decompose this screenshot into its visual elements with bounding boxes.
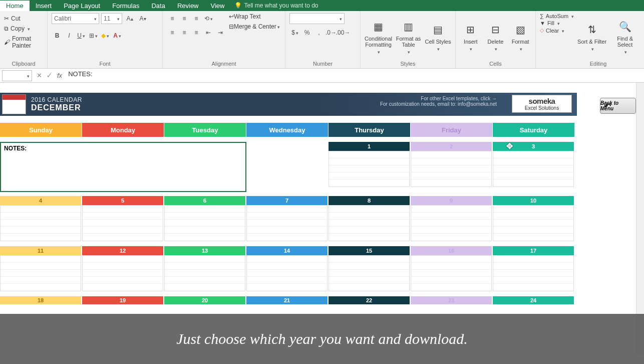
merge-label: Merge & Center bbox=[234, 23, 276, 30]
cal-cell-dec-20[interactable]: 20 bbox=[164, 296, 246, 305]
autosum-button[interactable]: ∑AutoSum bbox=[540, 13, 574, 19]
tab-view[interactable]: View bbox=[205, 1, 231, 11]
cal-cell-dec-10[interactable]: 10 bbox=[493, 196, 575, 242]
decrease-font-button[interactable]: A▾ bbox=[137, 13, 148, 24]
cal-cell-dec-1[interactable]: 1 bbox=[329, 142, 411, 192]
find-select-button[interactable]: 🔍Find & Select bbox=[610, 13, 640, 60]
group-alignment: ≡ ≡ ≡ ⟲ ≡ ≡ ≡ ⇤ ⇥ ↩Wrap Text ⊟Merge & Ce… bbox=[163, 11, 285, 68]
fill-button[interactable]: ▼Fill bbox=[540, 20, 574, 26]
cal-cell-dec-11[interactable]: 11 bbox=[0, 246, 82, 292]
notes-cell[interactable]: NOTES: bbox=[0, 142, 246, 192]
cal-cell-dec-19[interactable]: 19 bbox=[82, 296, 164, 305]
font-size-select[interactable]: 11 bbox=[101, 13, 122, 24]
number-format-select[interactable] bbox=[289, 13, 345, 24]
comma-button[interactable]: , bbox=[313, 27, 325, 38]
cal-cell-dec-18[interactable]: 18 bbox=[0, 296, 82, 305]
calendar-week-3: 11 12 13 14 15 16 17 bbox=[0, 246, 577, 292]
italic-button[interactable]: I bbox=[64, 30, 75, 41]
tab-home[interactable]: Home bbox=[0, 1, 30, 11]
sort-filter-button[interactable]: ⇅Sort & Filter bbox=[577, 13, 607, 60]
brush-icon: 🖌 bbox=[4, 39, 10, 46]
accept-formula-button[interactable]: ✓ bbox=[44, 70, 54, 81]
someka-logo[interactable]: someka Excel Solutions bbox=[512, 95, 572, 113]
border-button[interactable]: ⊞ bbox=[88, 30, 99, 41]
cal-cell-dec-15[interactable]: 15 bbox=[329, 246, 411, 292]
date-number: 15 bbox=[329, 246, 410, 255]
calendar-month: DECEMBER bbox=[31, 103, 82, 112]
formula-input[interactable]: NOTES: bbox=[65, 70, 644, 81]
cal-cell-dec-9[interactable]: 9 bbox=[411, 196, 493, 242]
clear-button[interactable]: ◇Clear bbox=[540, 27, 574, 34]
cal-cell-dec-21[interactable]: 21 bbox=[246, 296, 329, 305]
fill-color-button[interactable]: ◆ bbox=[100, 30, 111, 41]
align-left-button[interactable]: ≡ bbox=[167, 27, 178, 38]
cal-cell-dec-8[interactable]: 8 bbox=[329, 196, 411, 242]
merge-center-button[interactable]: ⊟Merge & Center bbox=[229, 23, 280, 30]
header-links: For other Excel templates, click → For c… bbox=[380, 96, 497, 107]
decrease-decimal-button[interactable]: .00→ bbox=[338, 27, 349, 38]
day-headers-row: Sunday Monday Tuesday Wednesday Thursday… bbox=[0, 123, 577, 137]
orientation-button[interactable]: ⟲ bbox=[203, 13, 214, 24]
cal-cell-dec-7[interactable]: 7 bbox=[246, 196, 329, 242]
tell-me[interactable]: 💡Tell me what you want to do bbox=[230, 2, 318, 9]
tab-review[interactable]: Review bbox=[171, 1, 205, 11]
align-top-button[interactable]: ≡ bbox=[167, 13, 178, 24]
cal-cell-dec-24[interactable]: 24 bbox=[493, 296, 575, 305]
cal-cell-dec-13[interactable]: 13 bbox=[164, 246, 246, 292]
tab-insert[interactable]: Insert bbox=[30, 1, 58, 11]
bold-button[interactable]: B bbox=[52, 30, 63, 41]
tab-page-layout[interactable]: Page Layout bbox=[58, 1, 106, 11]
cut-button[interactable]: ✂Cut bbox=[4, 15, 43, 22]
name-box[interactable] bbox=[2, 70, 32, 81]
eraser-icon: ◇ bbox=[540, 27, 544, 34]
wrap-icon: ↩ bbox=[229, 13, 234, 20]
increase-decimal-button[interactable]: .0→ bbox=[326, 27, 337, 38]
font-name-value: Calibri bbox=[54, 15, 71, 22]
align-center-button[interactable]: ≡ bbox=[179, 27, 190, 38]
increase-indent-button[interactable]: ⇥ bbox=[215, 27, 226, 38]
day-header-wednesday: Wednesday bbox=[246, 123, 329, 137]
cal-cell-dec-14[interactable]: 14 bbox=[246, 246, 329, 292]
painter-label: Format Painter bbox=[12, 35, 43, 49]
underline-button[interactable]: U bbox=[76, 30, 87, 41]
align-middle-button[interactable]: ≡ bbox=[179, 13, 190, 24]
group-clipboard: ✂Cut ⧉Copy 🖌Format Painter Clipboard bbox=[0, 11, 48, 68]
cell-styles-button[interactable]: ▤Cell Styles bbox=[425, 13, 451, 60]
currency-button[interactable]: $ bbox=[289, 27, 300, 38]
font-color-button[interactable]: A bbox=[112, 30, 123, 41]
tab-data[interactable]: Data bbox=[145, 1, 171, 11]
font-name-select[interactable]: Calibri bbox=[52, 13, 99, 24]
cut-label: Cut bbox=[11, 15, 21, 22]
format-cells-button[interactable]: ▧Format bbox=[509, 13, 531, 60]
cal-cell-dec-5[interactable]: 5 bbox=[82, 196, 164, 242]
cal-cell-dec-22[interactable]: 22 bbox=[329, 296, 411, 305]
delete-cells-button[interactable]: ⊟Delete bbox=[485, 13, 507, 60]
percent-button[interactable]: % bbox=[301, 27, 312, 38]
back-to-menu-button[interactable]: ↶Back to Menu bbox=[600, 98, 636, 114]
align-bottom-button[interactable]: ≡ bbox=[191, 13, 202, 24]
cal-cell-dec-23[interactable]: 23 bbox=[411, 296, 493, 305]
cal-cell-dec-3[interactable]: 3 bbox=[493, 142, 575, 192]
tab-formulas[interactable]: Formulas bbox=[106, 1, 145, 11]
vertical-scrollbar[interactable] bbox=[636, 83, 644, 354]
increase-font-button[interactable]: A▴ bbox=[124, 13, 135, 24]
cal-cell-dec-2[interactable]: 2 bbox=[411, 142, 493, 192]
date-number: 12 bbox=[82, 246, 163, 255]
fx-label[interactable]: fx bbox=[54, 72, 65, 79]
cal-cell-dec-16[interactable]: 16 bbox=[411, 246, 493, 292]
wrap-text-button[interactable]: ↩Wrap Text bbox=[229, 13, 280, 20]
cal-cell-dec-17[interactable]: 17 bbox=[493, 246, 575, 292]
format-painter-button[interactable]: 🖌Format Painter bbox=[4, 35, 43, 49]
templates-link[interactable]: For other Excel templates, click → bbox=[380, 96, 497, 101]
decrease-indent-button[interactable]: ⇤ bbox=[203, 27, 214, 38]
cal-cell-dec-6[interactable]: 6 bbox=[164, 196, 246, 242]
align-right-button[interactable]: ≡ bbox=[191, 27, 202, 38]
cancel-formula-button[interactable]: ✕ bbox=[34, 70, 44, 81]
copy-button[interactable]: ⧉Copy bbox=[4, 25, 43, 32]
cal-cell-dec-4[interactable]: 4 bbox=[0, 196, 82, 242]
find-icon: 🔍 bbox=[617, 19, 633, 35]
format-as-table-button[interactable]: ▥Format as Table bbox=[395, 13, 422, 60]
cal-cell-dec-12[interactable]: 12 bbox=[82, 246, 164, 292]
conditional-formatting-button[interactable]: ▦Conditional Formatting bbox=[365, 13, 392, 60]
insert-cells-button[interactable]: ⊞Insert bbox=[460, 13, 482, 60]
